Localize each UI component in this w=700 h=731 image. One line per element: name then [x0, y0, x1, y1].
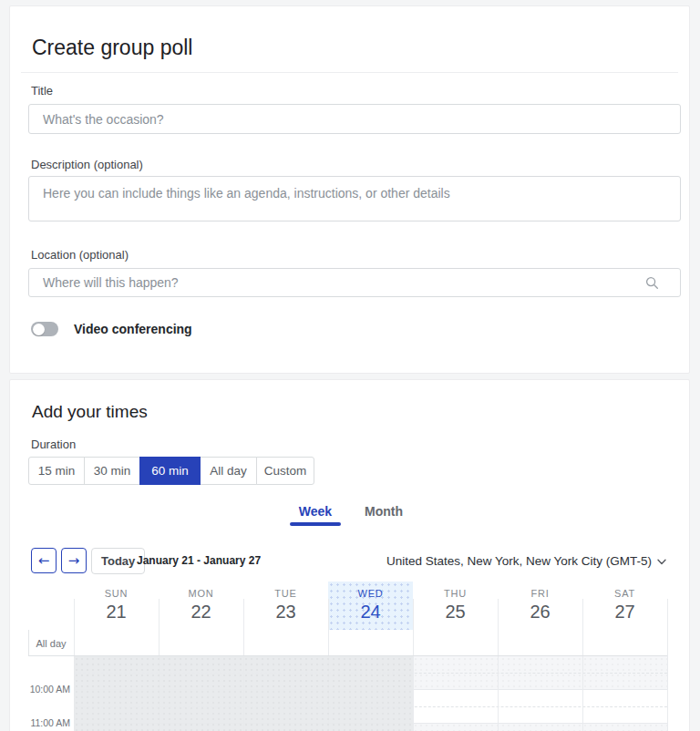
description-label: Description (optional) — [31, 158, 143, 171]
column-divider — [667, 599, 668, 731]
video-conferencing-toggle[interactable] — [31, 322, 58, 336]
title-label: Title — [31, 84, 53, 98]
day-header-wed-selected[interactable]: WED 24 — [328, 582, 413, 630]
location-input[interactable] — [28, 268, 681, 297]
add-times-card: Add your times Duration 15 min 30 min 60… — [9, 379, 690, 731]
duration-option-60min[interactable]: 60 min — [139, 457, 201, 485]
day-header-sun[interactable]: SUN 21 — [74, 582, 159, 630]
search-icon — [645, 276, 659, 290]
week-calendar: SUN 21 MON 22 TUE 23 WED 24 THU 25 FRI 2… — [10, 380, 689, 731]
divider — [21, 72, 678, 73]
past-time-disabled-overlay — [74, 656, 413, 731]
time-label-11am: 11:00 AM — [10, 717, 70, 728]
video-conferencing-row: Video conferencing — [31, 320, 192, 338]
title-input[interactable] — [28, 104, 681, 134]
location-label: Location (optional) — [31, 248, 129, 262]
create-poll-card: Create group poll Title Description (opt… — [9, 5, 690, 374]
day-header-mon[interactable]: MON 22 — [159, 582, 243, 630]
all-day-label: All day — [28, 638, 74, 649]
day-header-thu[interactable]: THU 25 — [413, 582, 498, 630]
day-header-tue[interactable]: TUE 23 — [243, 582, 328, 630]
time-label-10am: 10:00 AM — [10, 684, 70, 695]
column-divider — [413, 599, 414, 731]
column-divider — [498, 599, 499, 731]
page-title: Create group poll — [32, 36, 192, 60]
day-header-fri[interactable]: FRI 26 — [498, 582, 582, 630]
description-input[interactable] — [28, 176, 681, 221]
toggle-knob — [33, 324, 45, 335]
day-header-sat[interactable]: SAT 27 — [582, 582, 667, 630]
video-conferencing-label: Video conferencing — [74, 322, 192, 336]
column-divider — [582, 599, 583, 731]
